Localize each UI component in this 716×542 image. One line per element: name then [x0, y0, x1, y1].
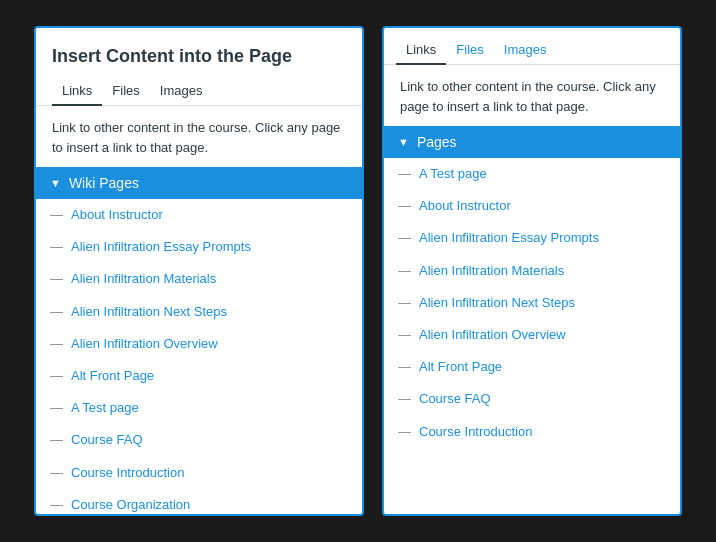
list-item[interactable]: — Alien Infiltration Essay Prompts [384, 222, 680, 254]
list-item[interactable]: — Alien Infiltration Materials [36, 263, 362, 295]
item-text: Alien Infiltration Next Steps [419, 294, 575, 312]
item-text: Alien Infiltration Overview [71, 335, 218, 353]
list-item[interactable]: — Course Introduction [36, 457, 362, 489]
pages-header[interactable]: ▼ Pages [384, 126, 680, 158]
item-text: Alt Front Page [71, 367, 154, 385]
dash-icon: — [50, 303, 63, 321]
dash-icon: — [398, 165, 411, 183]
dash-icon: — [398, 229, 411, 247]
list-item[interactable]: — Alt Front Page [36, 360, 362, 392]
item-text: Course FAQ [419, 390, 491, 408]
dash-icon: — [50, 431, 63, 449]
dash-icon: — [398, 423, 411, 441]
right-tabs: Links Files Images [384, 28, 680, 65]
wiki-pages-header[interactable]: ▼ Wiki Pages [36, 167, 362, 199]
list-item[interactable]: — Alien Infiltration Next Steps [36, 296, 362, 328]
wiki-pages-label: Wiki Pages [69, 175, 139, 191]
list-item[interactable]: — About Instructor [36, 199, 362, 231]
list-item[interactable]: — Course Introduction [384, 416, 680, 448]
list-item[interactable]: — Course FAQ [36, 424, 362, 456]
wiki-pages-arrow-icon: ▼ [50, 177, 61, 189]
right-panel: Links Files Images Link to other content… [382, 26, 682, 516]
tab-files-right[interactable]: Files [446, 36, 493, 65]
list-item[interactable]: — A Test page [384, 158, 680, 190]
dash-icon: — [50, 399, 63, 417]
left-panel: Insert Content into the Page Links Files… [34, 26, 364, 516]
tab-links-right[interactable]: Links [396, 36, 446, 65]
list-item[interactable]: — Course FAQ [384, 383, 680, 415]
dash-icon: — [398, 358, 411, 376]
tab-images-left[interactable]: Images [150, 77, 213, 106]
item-text: Alien Infiltration Materials [419, 262, 564, 280]
left-tabs: Links Files Images [36, 77, 362, 106]
dash-icon: — [398, 294, 411, 312]
panel-title: Insert Content into the Page [36, 28, 362, 77]
list-item[interactable]: — Alien Infiltration Materials [384, 255, 680, 287]
item-text: Course FAQ [71, 431, 143, 449]
tab-links-left[interactable]: Links [52, 77, 102, 106]
item-text: Alien Infiltration Materials [71, 270, 216, 288]
item-text: Alt Front Page [419, 358, 502, 376]
item-text: Alien Infiltration Essay Prompts [71, 238, 251, 256]
list-item[interactable]: — Alien Infiltration Next Steps [384, 287, 680, 319]
item-text: Alien Infiltration Next Steps [71, 303, 227, 321]
list-item[interactable]: — Alt Front Page [384, 351, 680, 383]
dash-icon: — [50, 496, 63, 514]
list-item[interactable]: — Alien Infiltration Overview [36, 328, 362, 360]
list-item[interactable]: — About Instructor [384, 190, 680, 222]
dash-icon: — [50, 367, 63, 385]
left-description: Link to other content in the course. Cli… [36, 106, 362, 167]
list-item[interactable]: — Alien Infiltration Essay Prompts [36, 231, 362, 263]
tab-files-left[interactable]: Files [102, 77, 149, 106]
pages-list[interactable]: — A Test page — About Instructor — Alien… [384, 158, 680, 514]
pages-arrow-icon: ▼ [398, 136, 409, 148]
dash-icon: — [398, 262, 411, 280]
list-item[interactable]: — A Test page [36, 392, 362, 424]
item-text: Alien Infiltration Overview [419, 326, 566, 344]
list-item[interactable]: — Alien Infiltration Overview [384, 319, 680, 351]
item-text: About Instructor [71, 206, 163, 224]
dash-icon: — [398, 197, 411, 215]
pages-label: Pages [417, 134, 457, 150]
item-text: A Test page [419, 165, 487, 183]
item-text: Course Introduction [71, 464, 184, 482]
item-text: Alien Infiltration Essay Prompts [419, 229, 599, 247]
item-text: Course Introduction [419, 423, 532, 441]
item-text: Course Organization [71, 496, 190, 514]
dash-icon: — [50, 270, 63, 288]
tab-images-right[interactable]: Images [494, 36, 557, 65]
right-description: Link to other content in the course. Cli… [384, 65, 680, 126]
dash-icon: — [398, 390, 411, 408]
dash-icon: — [398, 326, 411, 344]
item-text: About Instructor [419, 197, 511, 215]
wiki-pages-list[interactable]: — About Instructor — Alien Infiltration … [36, 199, 362, 514]
dash-icon: — [50, 238, 63, 256]
dash-icon: — [50, 335, 63, 353]
item-text: A Test page [71, 399, 139, 417]
dash-icon: — [50, 206, 63, 224]
dash-icon: — [50, 464, 63, 482]
list-item[interactable]: — Course Organization [36, 489, 362, 514]
